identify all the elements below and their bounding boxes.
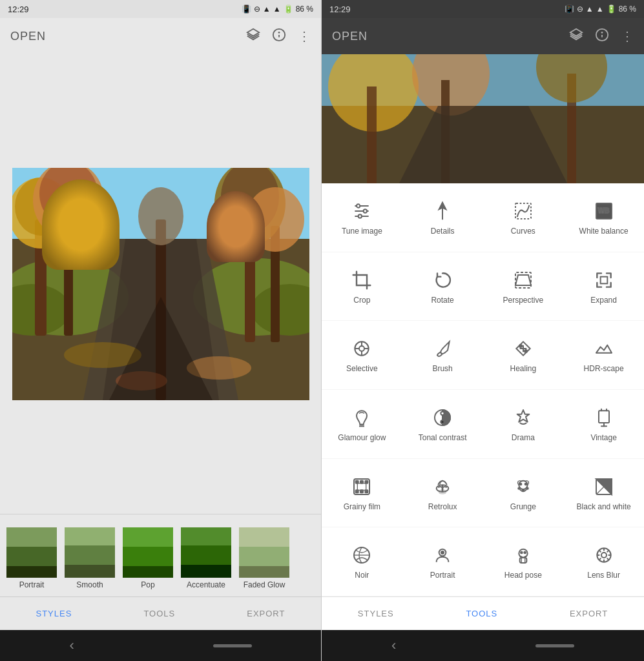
grainy-icon bbox=[351, 476, 372, 497]
tool-bw[interactable]: Black and white bbox=[563, 459, 644, 528]
tool-glamour[interactable]: Glamour glow bbox=[322, 390, 402, 459]
main-photo-left bbox=[12, 168, 309, 400]
crop-icon bbox=[351, 270, 372, 290]
battery-icon: 🔋 bbox=[284, 5, 293, 14]
tool-tonal[interactable]: Tonal contrast bbox=[402, 390, 483, 459]
tool-vintage[interactable]: Vintage bbox=[563, 390, 644, 459]
more-icon-left[interactable]: ⋮ bbox=[298, 28, 311, 44]
style-label-portrait: Portrait bbox=[19, 580, 45, 589]
top-bar-right: OPEN ⋮ bbox=[322, 18, 644, 54]
tool-perspective[interactable]: Perspective bbox=[483, 252, 564, 321]
tool-label-grunge: Grunge bbox=[510, 502, 536, 513]
tool-headpose[interactable]: Head pose bbox=[483, 527, 564, 596]
svg-point-108 bbox=[524, 552, 526, 554]
svg-point-22 bbox=[138, 187, 183, 245]
svg-rect-28 bbox=[6, 566, 57, 578]
image-area-left bbox=[0, 54, 321, 514]
svg-line-119 bbox=[607, 558, 608, 560]
tool-noir[interactable]: Noir bbox=[322, 527, 402, 596]
nav-bar-right: ‹ bbox=[322, 630, 644, 661]
tool-lensblur[interactable]: Lens Blur bbox=[563, 527, 644, 596]
tool-healing[interactable]: Healing bbox=[483, 321, 564, 390]
style-pop[interactable]: Pop bbox=[121, 527, 174, 589]
tab-styles-left[interactable]: STYLES bbox=[26, 604, 83, 624]
tab-bar-left: STYLES TOOLS EXPORT bbox=[0, 596, 321, 630]
back-icon-right[interactable]: ‹ bbox=[391, 637, 396, 654]
rotate-icon bbox=[432, 270, 453, 290]
brush-icon bbox=[432, 338, 453, 359]
style-accentuate[interactable]: Accentuate bbox=[180, 527, 233, 589]
nav-bar-left: ‹ bbox=[0, 630, 321, 661]
tool-hdr[interactable]: HDR-scape bbox=[563, 321, 644, 390]
tool-rotate[interactable]: Rotate bbox=[402, 252, 483, 321]
style-label-smooth: Smooth bbox=[76, 580, 103, 589]
tool-expand[interactable]: Expand bbox=[563, 252, 644, 321]
tab-export-right[interactable]: EXPORT bbox=[559, 604, 618, 624]
tab-tools-right[interactable]: TOOLS bbox=[455, 604, 508, 624]
tool-label-glamour: Glamour glow bbox=[338, 433, 386, 443]
svg-rect-34 bbox=[123, 566, 173, 578]
tool-label-crop: Crop bbox=[353, 296, 370, 306]
tab-styles-right[interactable]: STYLES bbox=[348, 604, 404, 624]
home-pill-left[interactable] bbox=[213, 644, 252, 647]
battery-pct-left: 86 % bbox=[296, 5, 313, 14]
more-icon-right[interactable]: ⋮ bbox=[621, 28, 634, 44]
svg-point-15 bbox=[39, 168, 98, 226]
svg-point-96 bbox=[525, 483, 527, 485]
vibrate-icon-right: 📳 bbox=[565, 5, 574, 14]
svg-point-72 bbox=[525, 350, 527, 352]
status-bar-left: 12:29 📳 ⊖ ▲ ▲ 🔋 86 % bbox=[0, 0, 321, 18]
tool-portrait-filter[interactable]: Portrait bbox=[402, 527, 483, 596]
svg-rect-37 bbox=[181, 565, 231, 578]
svg-point-107 bbox=[521, 552, 523, 554]
lensblur-icon bbox=[594, 545, 614, 565]
hdr-icon bbox=[594, 338, 614, 359]
style-smooth[interactable]: Smooth bbox=[63, 527, 116, 589]
layers-icon-left[interactable] bbox=[246, 28, 260, 45]
style-label-accentuate: Accentuate bbox=[187, 580, 225, 589]
tab-tools-left[interactable]: TOOLS bbox=[133, 604, 185, 624]
tool-label-headpose: Head pose bbox=[504, 571, 542, 581]
info-icon-left[interactable] bbox=[272, 28, 286, 45]
status-icons-right: 📳 ⊖ ▲ ▲ 🔋 86 % bbox=[565, 5, 636, 14]
style-faded-glow[interactable]: Faded Glow bbox=[238, 527, 291, 589]
svg-point-76 bbox=[441, 412, 444, 415]
vintage-icon bbox=[594, 407, 614, 428]
tool-grunge[interactable]: Grunge bbox=[483, 459, 564, 528]
info-icon-right[interactable] bbox=[595, 28, 609, 45]
back-icon-left[interactable]: ‹ bbox=[69, 637, 74, 654]
tab-bar-right: STYLES TOOLS EXPORT bbox=[322, 596, 644, 630]
style-portrait[interactable]: Portrait bbox=[5, 527, 58, 589]
tool-tune-image[interactable]: Tune image bbox=[322, 183, 402, 252]
tab-export-left[interactable]: EXPORT bbox=[236, 604, 295, 624]
wb-icon: WB bbox=[594, 201, 614, 221]
tool-label-grainy: Grainy film bbox=[344, 502, 380, 513]
style-thumb-faded-glow bbox=[239, 527, 289, 578]
tool-label-expand: Expand bbox=[590, 296, 617, 306]
svg-rect-90 bbox=[358, 483, 366, 490]
style-thumb-accentuate bbox=[181, 527, 231, 578]
tool-label-lensblur: Lens Blur bbox=[587, 571, 620, 581]
style-thumb-portrait bbox=[6, 527, 57, 578]
home-pill-right[interactable] bbox=[535, 644, 574, 647]
tools-grid: Tune image Details Curves WB White bala bbox=[322, 183, 644, 596]
tool-drama[interactable]: Drama bbox=[483, 390, 564, 459]
tool-crop[interactable]: Crop bbox=[322, 252, 402, 321]
tool-details[interactable]: Details bbox=[402, 183, 483, 252]
tool-curves[interactable]: Curves bbox=[483, 183, 564, 252]
style-label-faded-glow: Faded Glow bbox=[244, 580, 286, 589]
tool-label-hdr: HDR-scape bbox=[584, 364, 624, 374]
svg-point-66 bbox=[359, 346, 364, 351]
tool-selective[interactable]: Selective bbox=[322, 321, 402, 390]
layers-icon-right[interactable] bbox=[569, 28, 583, 45]
tool-retrolux[interactable]: Retrolux bbox=[402, 459, 483, 528]
tool-label-tonal: Tonal contrast bbox=[419, 433, 467, 443]
app-title-right: OPEN bbox=[332, 30, 368, 43]
tool-grainy[interactable]: Grainy film bbox=[322, 459, 402, 528]
dnd-icon-right: ⊖ bbox=[577, 5, 583, 14]
tool-label-noir: Noir bbox=[355, 571, 369, 581]
tool-white-balance[interactable]: WB White balance bbox=[563, 183, 644, 252]
retrolux-icon bbox=[432, 476, 453, 497]
tool-brush[interactable]: Brush bbox=[402, 321, 483, 390]
details-icon bbox=[432, 201, 453, 221]
